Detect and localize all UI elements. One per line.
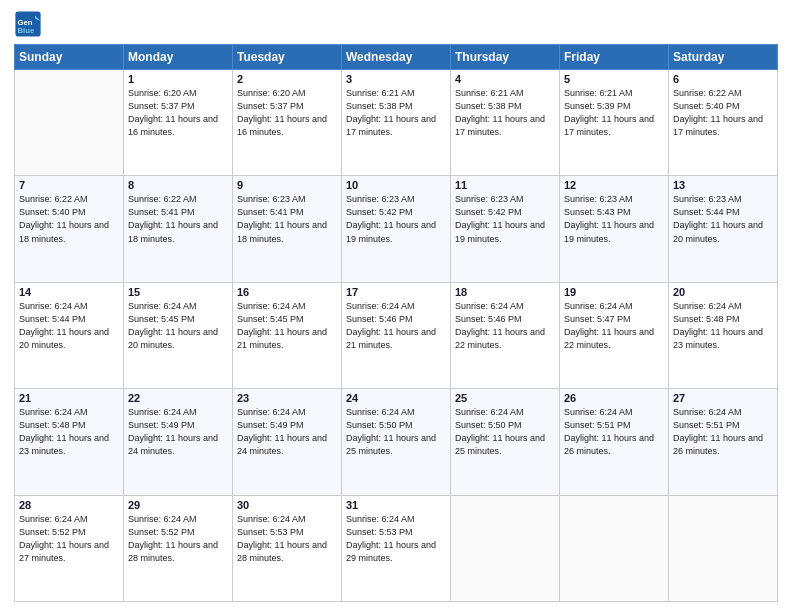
day-info: Sunrise: 6:23 AMSunset: 5:43 PMDaylight:…: [564, 193, 664, 245]
day-info: Sunrise: 6:20 AMSunset: 5:37 PMDaylight:…: [128, 87, 228, 139]
day-info: Sunrise: 6:24 AMSunset: 5:44 PMDaylight:…: [19, 300, 119, 352]
col-tuesday: Tuesday: [233, 45, 342, 70]
svg-text:Blue: Blue: [18, 26, 35, 35]
table-row: 29Sunrise: 6:24 AMSunset: 5:52 PMDayligh…: [124, 495, 233, 601]
day-number: 6: [673, 73, 773, 85]
day-number: 30: [237, 499, 337, 511]
day-info: Sunrise: 6:21 AMSunset: 5:38 PMDaylight:…: [455, 87, 555, 139]
table-row: 6Sunrise: 6:22 AMSunset: 5:40 PMDaylight…: [669, 70, 778, 176]
day-number: 16: [237, 286, 337, 298]
day-number: 20: [673, 286, 773, 298]
table-row: 25Sunrise: 6:24 AMSunset: 5:50 PMDayligh…: [451, 389, 560, 495]
day-number: 19: [564, 286, 664, 298]
day-info: Sunrise: 6:24 AMSunset: 5:53 PMDaylight:…: [346, 513, 446, 565]
day-info: Sunrise: 6:23 AMSunset: 5:42 PMDaylight:…: [455, 193, 555, 245]
table-row: 4Sunrise: 6:21 AMSunset: 5:38 PMDaylight…: [451, 70, 560, 176]
day-info: Sunrise: 6:24 AMSunset: 5:45 PMDaylight:…: [237, 300, 337, 352]
table-row: [560, 495, 669, 601]
day-number: 28: [19, 499, 119, 511]
day-number: 9: [237, 179, 337, 191]
day-info: Sunrise: 6:24 AMSunset: 5:49 PMDaylight:…: [128, 406, 228, 458]
day-info: Sunrise: 6:24 AMSunset: 5:46 PMDaylight:…: [455, 300, 555, 352]
day-number: 8: [128, 179, 228, 191]
table-row: 2Sunrise: 6:20 AMSunset: 5:37 PMDaylight…: [233, 70, 342, 176]
col-saturday: Saturday: [669, 45, 778, 70]
day-info: Sunrise: 6:24 AMSunset: 5:45 PMDaylight:…: [128, 300, 228, 352]
day-number: 2: [237, 73, 337, 85]
table-row: 5Sunrise: 6:21 AMSunset: 5:39 PMDaylight…: [560, 70, 669, 176]
day-info: Sunrise: 6:23 AMSunset: 5:44 PMDaylight:…: [673, 193, 773, 245]
calendar-week-row: 14Sunrise: 6:24 AMSunset: 5:44 PMDayligh…: [15, 282, 778, 388]
day-number: 13: [673, 179, 773, 191]
day-info: Sunrise: 6:24 AMSunset: 5:50 PMDaylight:…: [346, 406, 446, 458]
day-info: Sunrise: 6:24 AMSunset: 5:48 PMDaylight:…: [19, 406, 119, 458]
day-info: Sunrise: 6:21 AMSunset: 5:39 PMDaylight:…: [564, 87, 664, 139]
table-row: 15Sunrise: 6:24 AMSunset: 5:45 PMDayligh…: [124, 282, 233, 388]
table-row: 24Sunrise: 6:24 AMSunset: 5:50 PMDayligh…: [342, 389, 451, 495]
table-row: 9Sunrise: 6:23 AMSunset: 5:41 PMDaylight…: [233, 176, 342, 282]
day-info: Sunrise: 6:24 AMSunset: 5:47 PMDaylight:…: [564, 300, 664, 352]
table-row: 30Sunrise: 6:24 AMSunset: 5:53 PMDayligh…: [233, 495, 342, 601]
calendar-week-row: 21Sunrise: 6:24 AMSunset: 5:48 PMDayligh…: [15, 389, 778, 495]
day-number: 31: [346, 499, 446, 511]
day-number: 24: [346, 392, 446, 404]
table-row: 19Sunrise: 6:24 AMSunset: 5:47 PMDayligh…: [560, 282, 669, 388]
day-info: Sunrise: 6:24 AMSunset: 5:46 PMDaylight:…: [346, 300, 446, 352]
table-row: 22Sunrise: 6:24 AMSunset: 5:49 PMDayligh…: [124, 389, 233, 495]
table-row: 14Sunrise: 6:24 AMSunset: 5:44 PMDayligh…: [15, 282, 124, 388]
table-row: 10Sunrise: 6:23 AMSunset: 5:42 PMDayligh…: [342, 176, 451, 282]
day-number: 10: [346, 179, 446, 191]
day-number: 5: [564, 73, 664, 85]
day-number: 22: [128, 392, 228, 404]
table-row: 31Sunrise: 6:24 AMSunset: 5:53 PMDayligh…: [342, 495, 451, 601]
table-row: 3Sunrise: 6:21 AMSunset: 5:38 PMDaylight…: [342, 70, 451, 176]
day-number: 29: [128, 499, 228, 511]
day-number: 14: [19, 286, 119, 298]
day-number: 23: [237, 392, 337, 404]
day-info: Sunrise: 6:22 AMSunset: 5:40 PMDaylight:…: [19, 193, 119, 245]
table-row: [451, 495, 560, 601]
day-info: Sunrise: 6:24 AMSunset: 5:52 PMDaylight:…: [19, 513, 119, 565]
table-row: 16Sunrise: 6:24 AMSunset: 5:45 PMDayligh…: [233, 282, 342, 388]
calendar-week-row: 28Sunrise: 6:24 AMSunset: 5:52 PMDayligh…: [15, 495, 778, 601]
day-info: Sunrise: 6:24 AMSunset: 5:49 PMDaylight:…: [237, 406, 337, 458]
day-info: Sunrise: 6:23 AMSunset: 5:42 PMDaylight:…: [346, 193, 446, 245]
col-sunday: Sunday: [15, 45, 124, 70]
table-row: 18Sunrise: 6:24 AMSunset: 5:46 PMDayligh…: [451, 282, 560, 388]
day-number: 1: [128, 73, 228, 85]
table-row: 27Sunrise: 6:24 AMSunset: 5:51 PMDayligh…: [669, 389, 778, 495]
day-number: 17: [346, 286, 446, 298]
col-monday: Monday: [124, 45, 233, 70]
day-info: Sunrise: 6:24 AMSunset: 5:52 PMDaylight:…: [128, 513, 228, 565]
table-row: 13Sunrise: 6:23 AMSunset: 5:44 PMDayligh…: [669, 176, 778, 282]
day-number: 21: [19, 392, 119, 404]
table-row: 7Sunrise: 6:22 AMSunset: 5:40 PMDaylight…: [15, 176, 124, 282]
day-info: Sunrise: 6:21 AMSunset: 5:38 PMDaylight:…: [346, 87, 446, 139]
table-row: 26Sunrise: 6:24 AMSunset: 5:51 PMDayligh…: [560, 389, 669, 495]
logo: Gen Blue: [14, 10, 46, 38]
day-number: 4: [455, 73, 555, 85]
table-row: 20Sunrise: 6:24 AMSunset: 5:48 PMDayligh…: [669, 282, 778, 388]
calendar-week-row: 7Sunrise: 6:22 AMSunset: 5:40 PMDaylight…: [15, 176, 778, 282]
table-row: 1Sunrise: 6:20 AMSunset: 5:37 PMDaylight…: [124, 70, 233, 176]
col-wednesday: Wednesday: [342, 45, 451, 70]
table-row: [669, 495, 778, 601]
day-info: Sunrise: 6:24 AMSunset: 5:50 PMDaylight:…: [455, 406, 555, 458]
day-number: 18: [455, 286, 555, 298]
day-info: Sunrise: 6:23 AMSunset: 5:41 PMDaylight:…: [237, 193, 337, 245]
day-number: 7: [19, 179, 119, 191]
calendar-header-row: Sunday Monday Tuesday Wednesday Thursday…: [15, 45, 778, 70]
day-info: Sunrise: 6:24 AMSunset: 5:48 PMDaylight:…: [673, 300, 773, 352]
day-info: Sunrise: 6:24 AMSunset: 5:51 PMDaylight:…: [564, 406, 664, 458]
day-number: 15: [128, 286, 228, 298]
table-row: 17Sunrise: 6:24 AMSunset: 5:46 PMDayligh…: [342, 282, 451, 388]
header: Gen Blue: [14, 10, 778, 38]
day-number: 3: [346, 73, 446, 85]
day-number: 25: [455, 392, 555, 404]
table-row: 8Sunrise: 6:22 AMSunset: 5:41 PMDaylight…: [124, 176, 233, 282]
table-row: [15, 70, 124, 176]
day-info: Sunrise: 6:22 AMSunset: 5:41 PMDaylight:…: [128, 193, 228, 245]
page: Gen Blue Sunday Monday Tuesday Wednesday…: [0, 0, 792, 612]
day-number: 11: [455, 179, 555, 191]
table-row: 23Sunrise: 6:24 AMSunset: 5:49 PMDayligh…: [233, 389, 342, 495]
